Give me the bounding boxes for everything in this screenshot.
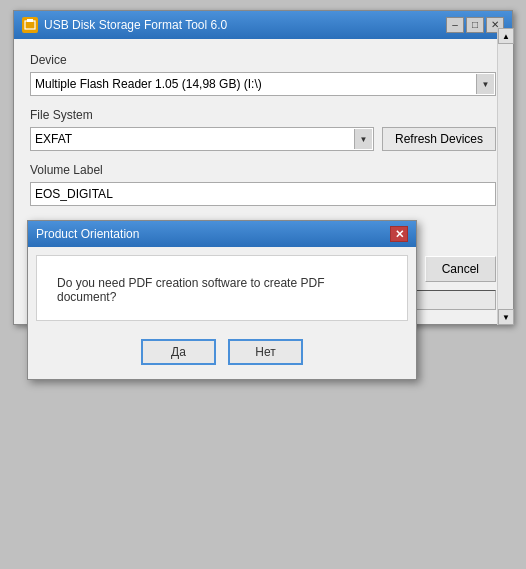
svg-rect-0 — [25, 21, 35, 29]
dialog-title-bar: Product Orientation ✕ — [28, 221, 416, 247]
product-orientation-dialog: Product Orientation ✕ Do you need PDF cr… — [27, 220, 417, 380]
dialog-no-button[interactable]: Нет — [228, 339, 303, 365]
refresh-devices-button[interactable]: Refresh Devices — [382, 127, 496, 151]
dialog-message: Do you need PDF creation software to cre… — [57, 276, 387, 304]
dialog-close-button[interactable]: ✕ — [390, 226, 408, 242]
app-icon — [22, 17, 38, 33]
device-dropdown[interactable]: Multiple Flash Reader 1.05 (14,98 GB) (I… — [30, 72, 496, 96]
dialog-buttons: Да Нет — [28, 329, 416, 379]
scroll-down-button[interactable]: ▼ — [498, 309, 514, 325]
volume-label-input[interactable] — [30, 182, 496, 206]
filesystem-dropdown-wrapper: FAT FAT32 EXFAT NTFS ▼ — [30, 127, 374, 151]
filesystem-label: File System — [30, 108, 496, 122]
filesystem-row: FAT FAT32 EXFAT NTFS ▼ Refresh Devices — [30, 127, 496, 151]
scroll-up-button[interactable]: ▲ — [498, 28, 514, 44]
filesystem-dropdown[interactable]: FAT FAT32 EXFAT NTFS — [30, 127, 374, 151]
scroll-track[interactable] — [498, 44, 513, 309]
maximize-button[interactable]: □ — [466, 17, 484, 33]
title-bar: USB Disk Storage Format Tool 6.0 – □ ✕ — [14, 11, 512, 39]
cancel-button[interactable]: Cancel — [425, 256, 496, 282]
scrollbar[interactable]: ▲ ▼ — [497, 28, 513, 325]
dialog-title: Product Orientation — [36, 227, 139, 241]
minimize-button[interactable]: – — [446, 17, 464, 33]
dialog-yes-button[interactable]: Да — [141, 339, 216, 365]
window-controls: – □ ✕ — [446, 17, 504, 33]
dialog-content-area: Do you need PDF creation software to cre… — [36, 255, 408, 321]
device-label: Device — [30, 53, 496, 67]
svg-rect-1 — [27, 19, 33, 22]
volume-label-section-label: Volume Label — [30, 163, 496, 177]
device-dropdown-wrapper: Multiple Flash Reader 1.05 (14,98 GB) (I… — [30, 72, 496, 96]
window-title: USB Disk Storage Format Tool 6.0 — [44, 18, 227, 32]
